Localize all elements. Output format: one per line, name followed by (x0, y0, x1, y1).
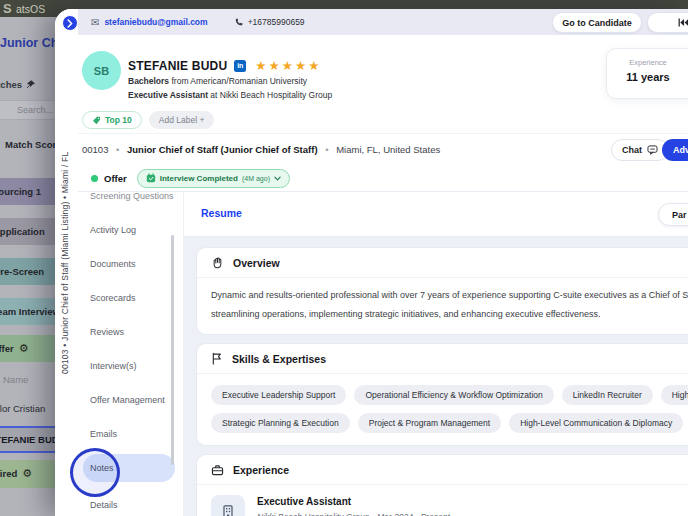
skill-chip: Strategic Planning & Execution (211, 413, 350, 433)
top10-badge[interactable]: Top 10 (82, 111, 142, 129)
skill-chip: High (661, 385, 688, 405)
background-stage-offer: Offer⚙ (0, 335, 55, 362)
briefcase-icon (211, 464, 224, 476)
experience-card: Experience Executive Assistant Nikki Bea… (196, 454, 688, 516)
content-tab-row: Resume Par (184, 192, 688, 237)
background-tab-matches: Matches (0, 79, 55, 93)
sidebar-item-reviews[interactable]: Reviews (78, 315, 183, 349)
skill-chip: Operational Efficiency & Workflow Optimi… (354, 385, 553, 405)
chat-bubble-icon (647, 145, 658, 155)
tab-resume[interactable]: Resume (201, 207, 242, 219)
sidebar-item-interviews[interactable]: Interview(s) (78, 349, 183, 383)
go-to-candidate-button[interactable]: Go to Candidate (552, 12, 642, 33)
advance-button[interactable]: Adv (662, 139, 688, 161)
gear-icon: ⚙ (22, 467, 32, 479)
calendar-check-icon (146, 173, 156, 183)
experience-company-line: Nikki Beach Hospitality Group · Mar 2024… (257, 512, 450, 516)
skill-chip: Executive Leadership Support (211, 385, 346, 405)
resume-content: Resume Par Overview Dynamic and results-… (183, 192, 688, 516)
candidate-email-link[interactable]: stefaniebudu@gmail.com (104, 17, 207, 27)
chevron-down-icon (274, 176, 281, 181)
candidate-header: SB STEFANIE BUDU in ★★★★★ Bachelors from… (78, 35, 688, 133)
experience-label: Experience (607, 58, 688, 67)
skills-title: Skills & Expertises (232, 353, 326, 365)
education-line: Bachelors from American/Romanian Univers… (128, 76, 307, 86)
phone-icon (234, 18, 243, 27)
app-logo-text: atsOS (16, 3, 45, 15)
overview-title: Overview (233, 257, 280, 269)
sidebar-scrollbar[interactable] (171, 235, 174, 465)
overview-text: Dynamic and results-oriented professiona… (197, 278, 688, 334)
job-row: 00103 • Junior Chief of Staff (Junior Ch… (78, 133, 688, 165)
candidate-name: STEFANIE BUDU (128, 59, 227, 73)
background-stage-team-interview: Team Interview (0, 298, 55, 325)
candidate-phone[interactable]: +16785990659 (248, 17, 305, 27)
background-candidate-row-selected: STEFANIE BUDU (0, 426, 55, 453)
screen: S atsOS Junior Chief of Staff (Miami Mat… (0, 0, 688, 516)
experience-title: Experience (233, 464, 289, 476)
skill-chip: Project & Program Management (358, 413, 501, 433)
job-id: 00103 (82, 144, 108, 155)
avatar: SB (82, 51, 121, 90)
background-name-header: Name (0, 374, 55, 385)
linkedin-icon[interactable]: in (234, 60, 246, 72)
rewind-icon (678, 18, 688, 27)
job-title: Junior Chief of Staff (Junior Chief of S… (127, 144, 318, 155)
sidebar-item-screening-questions[interactable]: Screening Questions (78, 192, 183, 213)
company-icon (211, 495, 245, 516)
overview-card: Overview Dynamic and results-oriented pr… (196, 247, 688, 335)
contact-bar: ✉ stefaniebudu@gmail.com +16785990659 Go… (78, 9, 688, 35)
app-logo-mark: S (3, 1, 12, 16)
sidebar-item-emails[interactable]: Emails (78, 417, 183, 451)
mail-icon: ✉ (91, 17, 99, 28)
tag-icon (92, 116, 101, 125)
stage-status-dot (91, 175, 98, 182)
current-role-line: Executive Assistant at Nikki Beach Hospi… (128, 90, 332, 100)
add-label-button[interactable]: Add Label + (149, 111, 215, 129)
annotation-circle-notes (70, 448, 120, 497)
chevron-right-icon (67, 19, 73, 28)
skills-card: Skills & Expertises Executive Leadership… (196, 343, 688, 446)
stats-card: Experience 11 years Scre (606, 48, 688, 99)
background-stage-application: Application (0, 218, 55, 245)
pin-icon (26, 80, 35, 89)
sidebar-item-documents[interactable]: Documents (78, 247, 183, 281)
background-search-input: Search... (0, 100, 62, 120)
experience-value: 11 years (607, 71, 688, 83)
drawer-side-strip: 00103 • Junior Chief of Staff (Miami Lis… (55, 9, 78, 516)
parse-button[interactable]: Par (658, 203, 688, 226)
sidebar-item-offer-management[interactable]: Offer Management (78, 383, 183, 417)
sidebar-item-scorecards[interactable]: Scorecards (78, 281, 183, 315)
previous-candidate-button[interactable]: Pre (647, 12, 688, 33)
wave-hand-icon (211, 256, 224, 269)
skill-chip: High-Level Communication & Diplomacy (509, 413, 683, 433)
candidate-drawer: 00103 • Junior Chief of Staff (Miami Lis… (55, 9, 688, 516)
background-candidate-row: Flor Cristian (0, 403, 55, 414)
skill-chip: LinkedIn Recruiter (562, 385, 653, 405)
star-rating[interactable]: ★★★★★ (255, 58, 321, 73)
offer-stage-row: Offer Interview Completed (4M ago) (78, 165, 688, 192)
background-stage-hired: Hired⚙ (0, 460, 55, 488)
gear-icon: ⚙ (19, 342, 29, 354)
background-stage-sourcing: Sourcing 1 (0, 178, 55, 205)
stage-label: Offer (104, 173, 127, 184)
background-stage-prescreen: Pre-Screen (0, 258, 55, 285)
sidebar-item-activity-log[interactable]: Activity Log (78, 213, 183, 247)
job-location: Miami, FL, United States (336, 144, 440, 155)
drawer-vertical-label: 00103 • Junior Chief of Staff (Miami Lis… (60, 9, 70, 516)
chat-button[interactable]: Chat (611, 139, 669, 161)
background-column-header: Match Score (0, 139, 55, 150)
flag-icon (211, 352, 223, 365)
experience-job-title: Executive Assistant (257, 496, 450, 507)
background-page-title: Junior Chief of Staff (Miami (0, 36, 55, 50)
collapse-drawer-button[interactable] (62, 15, 78, 31)
interview-status-pill[interactable]: Interview Completed (4M ago) (137, 169, 290, 188)
